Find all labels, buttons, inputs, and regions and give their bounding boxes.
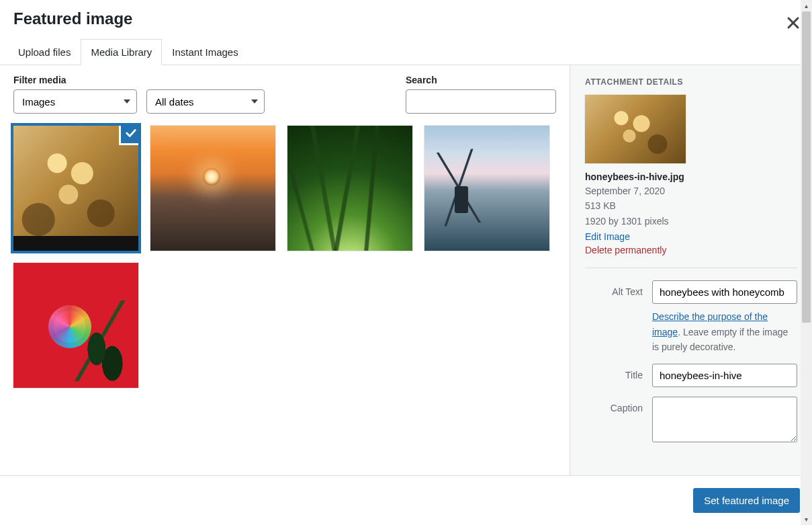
tab-media-library[interactable]: Media Library bbox=[81, 39, 162, 65]
alt-text-input[interactable] bbox=[652, 280, 797, 304]
close-icon bbox=[786, 16, 800, 30]
page-scrollbar[interactable]: ▴ ▾ bbox=[801, 0, 812, 525]
modal-header: Featured image bbox=[0, 0, 812, 32]
media-item-windsurf[interactable] bbox=[424, 126, 549, 251]
set-featured-image-button[interactable]: Set featured image bbox=[693, 488, 800, 513]
tab-bar: Upload files Media Library Instant Image… bbox=[0, 39, 812, 65]
modal-footer: Set featured image bbox=[0, 475, 812, 525]
edit-image-link[interactable]: Edit Image bbox=[585, 231, 797, 242]
media-browser: Filter media Images All dates bbox=[0, 65, 570, 475]
attachment-preview-thumbnail[interactable] bbox=[585, 95, 686, 163]
media-grid bbox=[13, 126, 556, 388]
caption-field-label: Caption bbox=[585, 397, 643, 413]
attachment-date: September 7, 2020 bbox=[585, 184, 797, 198]
attachment-details-heading: ATTACHMENT DETAILS bbox=[585, 77, 797, 87]
tab-upload-files[interactable]: Upload files bbox=[8, 39, 81, 65]
media-item-honeybees[interactable] bbox=[13, 126, 138, 251]
featured-image-modal: Featured image Upload files Media Librar… bbox=[0, 0, 812, 525]
media-item-rainbow-rose[interactable] bbox=[13, 263, 138, 388]
modal-title: Featured image bbox=[13, 9, 799, 28]
details-divider bbox=[585, 268, 797, 268]
caption-textarea[interactable] bbox=[652, 397, 797, 442]
filter-type-select[interactable]: Images bbox=[13, 89, 137, 114]
alt-text-help: Describe the purpose of the image. Leave… bbox=[652, 309, 797, 354]
media-item-bamboo[interactable] bbox=[287, 126, 412, 251]
filter-date-select[interactable]: All dates bbox=[146, 89, 265, 114]
attachment-details: ATTACHMENT DETAILS honeybees-in-hive.jpg… bbox=[570, 65, 812, 475]
modal-body: Filter media Images All dates bbox=[0, 65, 812, 475]
scroll-thumb[interactable] bbox=[802, 11, 811, 323]
attachment-filesize: 513 KB bbox=[585, 198, 797, 213]
title-input[interactable] bbox=[652, 364, 797, 387]
scroll-track[interactable] bbox=[801, 11, 812, 514]
search-input[interactable] bbox=[406, 89, 556, 114]
scroll-down-arrow-icon[interactable]: ▾ bbox=[801, 514, 812, 525]
tab-instant-images[interactable]: Instant Images bbox=[162, 39, 248, 65]
search-label: Search bbox=[406, 75, 556, 85]
alt-text-label: Alt Text bbox=[585, 280, 643, 297]
title-field-label: Title bbox=[585, 364, 643, 380]
attachment-dimensions: 1920 by 1301 pixels bbox=[585, 214, 797, 229]
selected-check-icon bbox=[121, 126, 138, 143]
scroll-up-arrow-icon[interactable]: ▴ bbox=[801, 0, 812, 11]
delete-permanently-link[interactable]: Delete permanently bbox=[585, 245, 797, 255]
media-item-sunset[interactable] bbox=[150, 126, 275, 251]
attachment-filename: honeybees-in-hive.jpg bbox=[585, 171, 797, 182]
filter-media-label: Filter media bbox=[13, 75, 265, 85]
